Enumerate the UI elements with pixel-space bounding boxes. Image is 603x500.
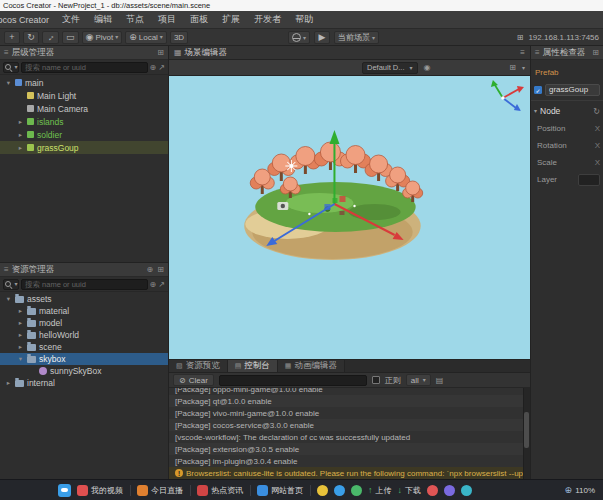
menu-item[interactable]: 扩展 <box>215 13 247 26</box>
node-name-field[interactable]: grassGoup <box>545 84 600 96</box>
asset-row[interactable]: ▸ internal <box>0 377 168 389</box>
log-file-icon[interactable]: ▤ <box>436 376 444 385</box>
app-icon[interactable] <box>317 485 328 496</box>
inspector-property-row[interactable]: Scale X <box>531 154 603 171</box>
chat-app-icon[interactable] <box>58 484 71 497</box>
expand-arrow-icon[interactable]: ▸ <box>17 343 24 351</box>
bottom-panel-tab[interactable]: ▦ 动画编辑器 <box>278 360 345 372</box>
console-log-line[interactable]: ! [Package] im-plugin@3.0.4 enable <box>169 455 530 467</box>
gizmo-mode-dropdown[interactable]: Default D... ▾ <box>362 62 418 74</box>
console-clear-button[interactable]: ⊘ Clear <box>173 374 214 386</box>
app-icon[interactable] <box>427 485 438 496</box>
add-asset-icon[interactable]: ⊕ <box>147 265 154 274</box>
hierarchy-node-row[interactable]: ▸ grassGoup <box>0 141 168 154</box>
expand-arrow-icon[interactable]: ▸ <box>17 331 24 339</box>
search-filter-button[interactable]: ▾ <box>3 279 19 290</box>
preview-platform-button[interactable]: ▾ <box>288 31 310 44</box>
menu-item[interactable]: 帮助 <box>288 13 320 26</box>
add-node-icon[interactable]: ⊕ <box>150 63 157 72</box>
menu-item[interactable]: 项目 <box>151 13 183 26</box>
console-scrollbar[interactable] <box>523 388 530 479</box>
node-active-checkbox[interactable]: ✓ <box>534 86 542 94</box>
expand-arrow-icon[interactable]: ▾ <box>17 355 24 363</box>
expand-arrow-icon[interactable]: ▸ <box>17 319 24 327</box>
expand-arrow-icon[interactable]: ▾ <box>5 79 12 87</box>
inspector-property-row[interactable]: Layer <box>531 171 603 188</box>
panel-icon[interactable]: ⊞ <box>157 48 164 57</box>
panel-icon[interactable]: ⊞ <box>157 265 164 274</box>
scene-canvas[interactable] <box>169 76 530 359</box>
app-icon[interactable] <box>351 485 362 496</box>
console-log-line[interactable]: ! [vscode-workflow]: The declaration of … <box>169 431 530 443</box>
bottom-panel-tab[interactable]: ▧ 资源预览 <box>169 360 228 372</box>
local-button[interactable]: ⊕ Local ▾ <box>125 31 167 44</box>
chevron-down-icon[interactable]: ▾ <box>522 65 525 71</box>
expand-arrow-icon[interactable]: ▸ <box>17 307 24 315</box>
taskbar-shortcut[interactable]: 网站首页 <box>257 485 311 496</box>
panel-icon[interactable]: ⊞ <box>509 63 516 72</box>
menu-item[interactable]: 面板 <box>183 13 215 26</box>
menu-item[interactable]: 节点 <box>119 13 151 26</box>
app-menu[interactable]: Cocos Creator <box>0 15 55 25</box>
hierarchy-node-row[interactable]: ▾ main <box>0 76 168 89</box>
bottom-panel-tab[interactable]: ▤ 控制台 <box>228 360 278 372</box>
console-log-line[interactable]: ! [Package] cocos-service@3.0.0 enable <box>169 419 530 431</box>
regex-checkbox[interactable] <box>372 376 380 384</box>
taskbar-shortcut[interactable]: 我的视频 <box>77 485 131 496</box>
asset-row[interactable]: ▸ model <box>0 317 168 329</box>
scene-editor-tab[interactable]: 场景编辑器 <box>185 47 228 59</box>
asset-row[interactable]: ▾ skybox <box>0 353 168 365</box>
menu-item[interactable]: 文件 <box>55 13 87 26</box>
scene-select-dropdown[interactable]: 当前场景 ▾ <box>334 31 379 44</box>
expand-arrow-icon[interactable]: ▸ <box>17 118 24 126</box>
orientation-gizmo[interactable] <box>491 80 524 111</box>
menu-item[interactable]: 开发者 <box>247 13 288 26</box>
hierarchy-node-row[interactable]: ▸ islands <box>0 115 168 128</box>
hamburger-icon[interactable]: ≡ <box>535 48 540 57</box>
pivot-button[interactable]: ◉ Pivot ▾ <box>82 31 123 44</box>
expand-panel-icon[interactable]: ↗ <box>158 63 165 72</box>
scene-viewport[interactable] <box>169 76 530 359</box>
asset-row[interactable]: ▸ helloWorld <box>0 329 168 341</box>
scale-tool-button[interactable]: ↔ <box>42 31 59 44</box>
light-toggle-icon[interactable]: ◉ <box>424 63 431 72</box>
inspector-property-row[interactable]: Position X <box>531 120 603 137</box>
refresh-icon[interactable]: ↻ <box>593 107 600 116</box>
mode-3d-button[interactable]: 3D <box>170 31 188 44</box>
console-log-line[interactable]: ! [Package] qt@1.0.0 enable <box>169 395 530 407</box>
console-log-line[interactable]: ! [Package] vivo-mini-game@1.0.0 enable <box>169 407 530 419</box>
rect-tool-button[interactable]: ▭ <box>62 31 79 44</box>
hamburger-icon[interactable]: ≡ <box>4 265 9 274</box>
taskbar-shortcut[interactable]: 今日直播 <box>137 485 191 496</box>
hierarchy-node-row[interactable]: Main Camera <box>0 102 168 115</box>
play-button[interactable]: ▶ <box>314 31 330 44</box>
hierarchy-node-row[interactable]: ▸ soldier <box>0 128 168 141</box>
console-search-input[interactable] <box>219 375 367 386</box>
menu-item[interactable]: 编辑 <box>87 13 119 26</box>
panel-icon[interactable]: ⊞ <box>517 33 524 42</box>
rotate-tool-button[interactable]: ↻ <box>23 31 39 44</box>
expand-arrow-icon[interactable]: ▸ <box>17 131 24 139</box>
console-log-line[interactable]: ! [Package] extension@3.0.5 enable <box>169 443 530 455</box>
search-filter-button[interactable]: ▾ <box>3 62 19 73</box>
app-icon[interactable] <box>461 485 472 496</box>
hamburger-icon[interactable]: ≡ <box>520 48 525 57</box>
panel-icon[interactable]: ⊞ <box>592 48 599 57</box>
upload-button[interactable]: ↑ 上传 <box>368 485 392 496</box>
asset-row[interactable]: sunnySkyBox <box>0 365 168 377</box>
scrollbar-thumb[interactable] <box>524 412 529 448</box>
console-log-line[interactable]: ! Browserslist: caniuse-lite is outdated… <box>169 467 530 479</box>
hierarchy-node-row[interactable]: Main Light <box>0 89 168 102</box>
download-button[interactable]: ↓ 下载 <box>398 485 422 496</box>
node-section-header[interactable]: ▾ Node ↻ <box>531 100 603 120</box>
console-log-line[interactable]: ! [Package] oppo-mini-game@1.0.0 enable <box>169 388 530 395</box>
app-icon[interactable] <box>444 485 455 496</box>
expand-arrow-icon[interactable]: ▸ <box>17 144 24 152</box>
taskbar-shortcut[interactable]: 热点资讯 <box>197 485 251 496</box>
app-icon[interactable] <box>334 485 345 496</box>
hierarchy-search-input[interactable] <box>21 62 148 73</box>
expand-arrow-icon[interactable]: ▸ <box>5 379 12 387</box>
assets-search-input[interactable] <box>21 279 148 290</box>
log-level-dropdown[interactable]: all ▾ <box>406 374 431 386</box>
asset-row[interactable]: ▾ assets <box>0 293 168 305</box>
